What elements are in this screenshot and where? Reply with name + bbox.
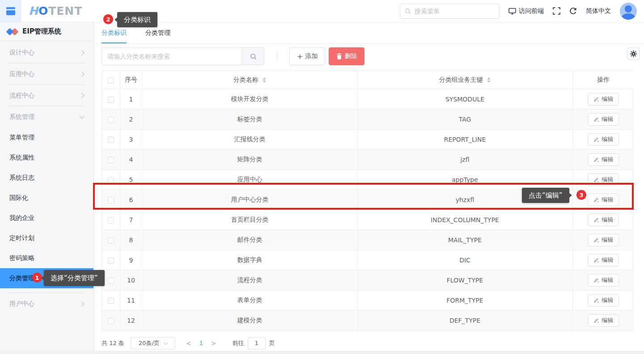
edit-button[interactable]: 编辑 (588, 254, 619, 266)
column-header-actions: 操作 (572, 71, 634, 89)
cell-name: 首页栏目分类 (142, 210, 357, 230)
refresh-button[interactable] (569, 7, 577, 15)
row-checkbox[interactable] (108, 117, 114, 123)
sidebar-item-design-center[interactable]: 设计中心 (0, 42, 93, 63)
cell-name: 矩阵分类 (142, 149, 357, 169)
trash-icon (336, 53, 342, 59)
plus-icon: + (297, 52, 303, 61)
row-checkbox[interactable] (108, 157, 114, 163)
cell-key: MAIL_TYPE (357, 230, 572, 250)
step-tooltip-1: 选择“分类管理” (44, 270, 105, 286)
category-search-input[interactable] (102, 48, 242, 65)
sidebar-item-label: 定时计划 (9, 234, 34, 242)
edit-button[interactable]: 编辑 (588, 294, 619, 307)
current-page[interactable]: 1 (199, 340, 203, 346)
next-page-button[interactable]: > (211, 340, 216, 347)
page-size-value: 20条/页 (139, 339, 160, 347)
sidebar-item-menu-manage[interactable]: 菜单管理 (0, 127, 93, 148)
avatar[interactable] (620, 3, 637, 20)
sidebar-item-label: 密码策略 (9, 254, 34, 262)
chevron-right-icon (79, 301, 84, 306)
goto-page-input[interactable] (248, 337, 266, 350)
visit-frontend-link[interactable]: 访问前端 (508, 7, 544, 15)
search-icon (405, 8, 411, 14)
edit-button-label: 编辑 (602, 236, 613, 244)
row-checkbox[interactable] (108, 137, 114, 143)
row-checkbox[interactable] (108, 97, 114, 103)
page-size-select[interactable]: 20条/页 (131, 337, 175, 350)
step-badge-3: 3 (576, 190, 586, 200)
sidebar-item-scheduled-tasks[interactable]: 定时计划 (0, 228, 93, 248)
menu-search-input[interactable] (415, 8, 495, 15)
menu-collapse-icon (6, 7, 16, 16)
sidebar-item-system-logs[interactable]: 系统日志 (0, 168, 93, 188)
sidebar-collapse-button[interactable] (0, 0, 21, 22)
edit-button[interactable]: 编辑 (588, 113, 619, 126)
sidebar-item-label: 分类管理 (9, 274, 34, 282)
table-row: 9 数据字典 DIC 编辑 (102, 250, 634, 270)
edit-button[interactable]: 编辑 (588, 133, 619, 146)
add-button[interactable]: + 添加 (289, 47, 325, 65)
edit-button[interactable]: 编辑 (588, 274, 619, 287)
brand-diamonds-icon (6, 28, 20, 35)
table-row: 4 矩阵分类 jzfl 编辑 (102, 149, 634, 169)
row-checkbox[interactable] (108, 217, 114, 223)
sidebar-item-label: 应用中心 (9, 70, 34, 78)
language-switcher[interactable]: 简体中文 (586, 7, 611, 15)
row-checkbox[interactable] (108, 318, 114, 324)
edit-button-label: 编辑 (602, 256, 613, 264)
sidebar-item-user-center[interactable]: 用户中心 (0, 293, 93, 314)
row-checkbox[interactable] (108, 237, 114, 244)
tooltip-text: 点击“编辑” (529, 191, 563, 200)
pencil-icon (593, 177, 599, 182)
cell-key: jzfl (357, 149, 572, 169)
row-checkbox[interactable] (108, 298, 114, 304)
table-row: 1 模块开发分类 SYSMODULE 编辑 (102, 89, 634, 109)
pencil-icon (593, 156, 599, 162)
select-all-checkbox[interactable] (108, 77, 114, 84)
sidebar-item-my-enterprise[interactable]: 我的企业 (0, 208, 93, 228)
edit-button[interactable]: 编辑 (588, 314, 619, 327)
prev-page-button[interactable]: < (186, 340, 191, 347)
edit-button-label: 编辑 (602, 156, 613, 164)
sidebar-item-i18n[interactable]: 国际化 (0, 188, 93, 208)
cell-name: 表单分类 (142, 290, 357, 310)
sidebar-item-system-manage[interactable]: 系统管理 (0, 106, 93, 127)
delete-button[interactable]: 删除 (329, 47, 364, 65)
cell-key: SYSMODULE (357, 89, 572, 109)
fullscreen-button[interactable] (553, 7, 560, 15)
sidebar-item-system-props[interactable]: 系统属性 (0, 148, 93, 168)
edit-button[interactable]: 编辑 (588, 214, 619, 226)
sort-icon[interactable] (263, 77, 266, 83)
pencil-icon (593, 96, 599, 102)
column-header-name[interactable]: 分类名称 (142, 71, 357, 89)
sidebar-item-password-policy[interactable]: 密码策略 (0, 248, 93, 268)
sidebar-item-flow-center[interactable]: 流程中心 (0, 85, 93, 106)
sidebar-brand: EIP管理系统 (0, 22, 93, 41)
cell-index: 3 (120, 129, 142, 149)
edit-button[interactable]: 编辑 (588, 93, 619, 105)
cell-index: 10 (120, 270, 142, 290)
cell-name: 标签分类 (142, 109, 357, 129)
sort-icon[interactable] (487, 77, 491, 83)
search-button[interactable] (242, 48, 264, 65)
logo-part: O (38, 4, 48, 17)
cell-index: 4 (120, 149, 142, 169)
row-checkbox[interactable] (108, 177, 114, 183)
edit-button[interactable]: 编辑 (588, 234, 619, 246)
edit-button[interactable]: 编辑 (588, 153, 619, 166)
sidebar-item-label: 我的企业 (9, 214, 34, 222)
toolbar: + 添加 删除 (102, 47, 633, 65)
sidebar-item-app-center[interactable]: 应用中心 (0, 63, 93, 84)
row-checkbox[interactable] (108, 278, 114, 284)
row-checkbox[interactable] (108, 257, 114, 264)
column-header-key[interactable]: 分类组业务主键 (357, 71, 572, 89)
logo-part: H (29, 4, 38, 17)
cell-key: DEF_TYPE (357, 310, 572, 330)
window-bottom-strip (0, 351, 644, 354)
sidebar-item-label: 设计中心 (9, 49, 34, 57)
cell-key: TAG (357, 109, 572, 129)
column-settings-button[interactable] (627, 47, 640, 60)
chevron-down-icon (163, 340, 168, 345)
logo-part: TENT (48, 4, 82, 17)
